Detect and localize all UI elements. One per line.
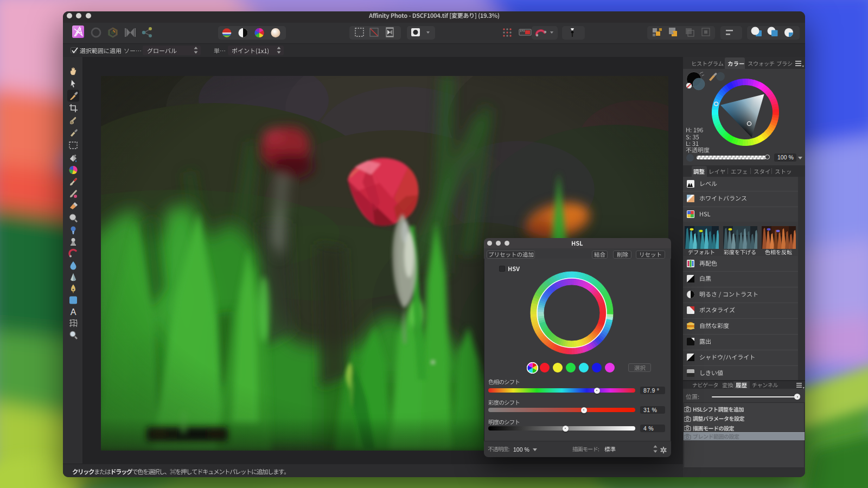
svg-text:A: A — [71, 307, 76, 317]
